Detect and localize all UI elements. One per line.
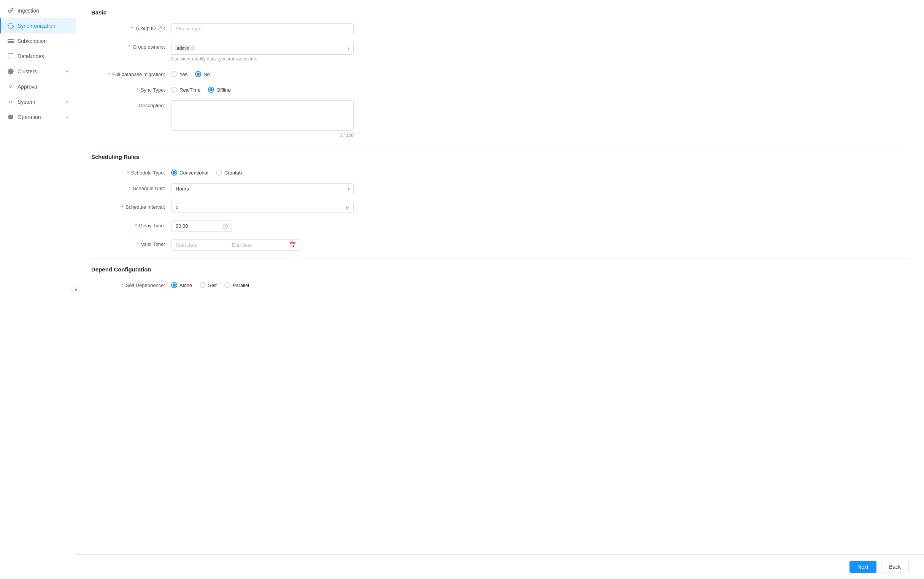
divider-scheduling — [91, 146, 909, 146]
sidebar-item-label: System — [18, 99, 35, 105]
sidebar-item-label: Clusters — [18, 69, 37, 75]
radio-full-db-no[interactable]: No — [195, 71, 210, 77]
sidebar-item-approval[interactable]: Approval — [0, 79, 76, 94]
radio-circle-crontab — [216, 170, 222, 176]
radio-conventional[interactable]: Conventional — [171, 170, 208, 176]
radio-alone[interactable]: Alone — [171, 282, 192, 288]
datanodes-icon — [8, 53, 14, 59]
sidebar-item-operation[interactable]: Operation ▾ — [0, 110, 76, 125]
sidebar-item-label: Ingestion — [18, 8, 39, 14]
valid-time-row: * Valid Time: → 📅 — [91, 239, 909, 250]
radio-sync-realtime[interactable]: RealTime — [171, 87, 200, 93]
radio-crontab[interactable]: Crontab — [216, 170, 242, 176]
main-wrapper: Basic * Group ID ?: * Group owners: — [76, 0, 924, 579]
schedule-type-radio-group: Conventional Crontab — [171, 168, 353, 176]
interval-suffix: H — [346, 204, 350, 210]
subscription-icon — [8, 38, 14, 44]
description-row: Description: 0 / 100 — [91, 100, 909, 138]
self-dependence-row: * Self Dependence: Alone Self Parallel — [91, 280, 909, 288]
radio-full-db-yes[interactable]: Yes — [171, 71, 188, 77]
schedule-interval-row: * Schedule Interval: H — [91, 202, 909, 213]
approval-icon — [8, 83, 14, 90]
calendar-icon: 📅 — [289, 242, 296, 248]
arrow-icon: → — [224, 242, 229, 247]
date-range-picker[interactable]: → 📅 — [171, 239, 300, 250]
group-owners-hint: Can view, modify data synchronization in… — [171, 56, 353, 62]
schedule-unit-select-wrapper: Hours ▾ — [171, 183, 353, 194]
main-content: Basic * Group ID ?: * Group owners: — [76, 0, 924, 554]
group-id-row: * Group ID ?: — [91, 23, 909, 34]
link-icon — [8, 8, 14, 14]
delay-time-control: 🕐 — [171, 221, 353, 232]
char-count: 0 / 100 — [171, 132, 353, 138]
valid-time-control: → 📅 — [171, 239, 353, 250]
schedule-type-control: Conventional Crontab — [171, 168, 353, 176]
schedule-type-label: * Schedule Type: — [91, 168, 171, 176]
back-button[interactable]: Back — [881, 561, 909, 573]
sidebar-item-label: Approval — [18, 83, 38, 90]
sync-type-radio-group: RealTime Offline — [171, 85, 353, 93]
interval-wrapper: H — [171, 202, 353, 213]
sidebar-item-system[interactable]: System ▾ — [0, 94, 76, 110]
radio-sync-offline[interactable]: Offline — [208, 87, 231, 93]
time-input-wrapper: 🕐 — [171, 221, 232, 232]
divider-depend — [91, 258, 909, 258]
radio-circle-realtime — [171, 87, 177, 93]
self-dependence-control: Alone Self Parallel — [171, 280, 353, 288]
sidebar: Ingestion Synchronization Subscription D… — [0, 0, 76, 579]
basic-section-title: Basic — [91, 9, 909, 16]
collapse-sidebar-button[interactable]: ◀ — [71, 285, 80, 294]
schedule-unit-row: * Schedule Unit: Hours ▾ — [91, 183, 909, 194]
chevron-down-icon: ▾ — [66, 115, 68, 119]
next-button[interactable]: Next — [849, 561, 877, 573]
delay-time-row: * Delay Time: 🕐 — [91, 221, 909, 232]
radio-circle-self — [200, 282, 206, 288]
schedule-type-row: * Schedule Type: Conventional Crontab — [91, 168, 909, 176]
sidebar-item-label: Subscription — [18, 38, 47, 44]
radio-self[interactable]: Self — [200, 282, 216, 288]
sync-type-control: RealTime Offline — [171, 85, 353, 93]
group-owners-label: * Group owners: — [91, 42, 171, 50]
schedule-interval-control: H — [171, 202, 353, 213]
full-db-migration-label: * Full database migration: — [91, 69, 171, 77]
radio-circle-conventional — [171, 170, 177, 176]
self-dependence-radio-group: Alone Self Parallel — [171, 280, 353, 288]
clusters-icon — [8, 69, 14, 75]
schedule-unit-dropdown[interactable]: Hours — [171, 183, 353, 194]
group-id-help-icon[interactable]: ? — [158, 26, 164, 31]
delay-time-label: * Delay Time: — [91, 221, 171, 229]
sidebar-item-subscription[interactable]: Subscription — [0, 33, 76, 49]
group-owners-row: * Group owners: admin × ▾ Can view, modi… — [91, 42, 909, 62]
group-owners-control: admin × ▾ Can view, modify data synchron… — [171, 42, 353, 62]
bottom-bar: Next Back — [76, 554, 924, 579]
radio-circle-alone — [171, 282, 177, 288]
schedule-interval-label: * Schedule Interval: — [91, 202, 171, 210]
radio-parallel[interactable]: Parallel — [224, 282, 249, 288]
clock-icon: 🕐 — [222, 223, 228, 229]
chevron-down-icon: ▾ — [66, 100, 68, 104]
schedule-interval-input[interactable] — [171, 202, 353, 213]
scheduling-section-title: Scheduling Rules — [91, 154, 909, 160]
sync-type-row: * Sync Type: RealTime Offline — [91, 85, 909, 93]
remove-admin-tag-button[interactable]: × — [191, 46, 193, 51]
group-owners-select[interactable]: admin × — [171, 42, 353, 55]
radio-circle-parallel — [224, 282, 231, 288]
sidebar-item-datanodes[interactable]: DataNodes — [0, 49, 76, 64]
description-textarea[interactable] — [171, 100, 353, 131]
sidebar-item-ingestion[interactable]: Ingestion — [0, 3, 76, 18]
system-icon — [8, 99, 14, 105]
sidebar-item-label: DataNodes — [18, 53, 44, 59]
start-date-input[interactable] — [176, 242, 221, 248]
group-owners-select-wrapper: admin × ▾ — [171, 42, 353, 55]
end-date-input[interactable] — [232, 242, 278, 248]
group-id-label: * Group ID ?: — [91, 23, 171, 31]
depend-section-title: Depend Configuration — [91, 266, 909, 273]
group-id-input[interactable] — [171, 23, 353, 34]
sidebar-item-synchronization[interactable]: Synchronization — [0, 18, 76, 33]
sidebar-item-label: Operation — [18, 114, 41, 120]
group-id-control — [171, 23, 353, 34]
operation-icon — [8, 114, 14, 120]
valid-time-label: * Valid Time: — [91, 239, 171, 247]
sidebar-item-clusters[interactable]: Clusters ▾ — [0, 64, 76, 79]
radio-circle-no — [195, 71, 201, 77]
